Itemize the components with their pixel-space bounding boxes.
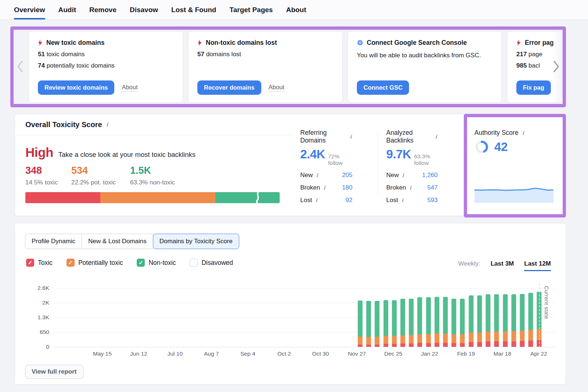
column-divider xyxy=(378,132,378,195)
bar-jan-22 xyxy=(426,297,431,347)
info-icon[interactable] xyxy=(349,134,352,140)
stat-row-new: New 205 xyxy=(300,172,352,179)
toxicity-advice: Take a close look at your most toxic bac… xyxy=(58,151,196,159)
toxic-count: 348 xyxy=(25,165,42,176)
bar-segment xyxy=(460,343,465,347)
bar-dec-4 xyxy=(366,301,371,347)
tab-profile-dynamic[interactable]: Profile Dynamic xyxy=(25,234,82,249)
tab-lost-and-found[interactable]: Lost & Found xyxy=(171,0,216,19)
row-value-link[interactable]: 593 xyxy=(427,197,438,204)
about-link[interactable]: About xyxy=(269,84,284,92)
connect-gsc-button[interactable]: Connect GSC xyxy=(357,80,409,95)
card-title-row: New toxic domains xyxy=(38,39,174,47)
checkbox-checked-icon xyxy=(26,259,34,267)
legend-toxic[interactable]: Toxic xyxy=(26,259,53,267)
card-stat-line: 74 potentially toxic domains xyxy=(38,62,174,69)
fix-pages-button[interactable]: Fix pag xyxy=(516,80,551,95)
y-axis-tick: 2.6K xyxy=(27,285,49,291)
row-label: New xyxy=(386,172,399,179)
bar-jan-29 xyxy=(434,297,439,347)
stat-row-lost: Lost 593 xyxy=(386,197,438,204)
bar-apr-1 xyxy=(511,294,516,347)
card-title: Non-toxic domains lost xyxy=(206,39,277,47)
info-icon[interactable] xyxy=(521,130,525,136)
bar-segment xyxy=(469,342,473,347)
lightning-icon xyxy=(197,40,202,46)
recover-domains-button[interactable]: Recover domains xyxy=(197,80,261,95)
card-non-toxic-domains-lost: Non-toxic domains lost 57 domains lost R… xyxy=(188,31,343,103)
y-axis-tick: 2K xyxy=(27,299,49,306)
authority-score-title-row: Authority Score xyxy=(474,129,553,137)
y-axis-tick: 650 xyxy=(27,329,49,335)
period-last-12m[interactable]: Last 12M xyxy=(524,260,551,271)
bar-segment xyxy=(426,334,431,343)
gridline xyxy=(54,347,555,347)
row-label: Lost xyxy=(300,197,312,204)
row-value-link[interactable]: 547 xyxy=(427,184,438,191)
tab-about[interactable]: About xyxy=(286,0,306,19)
bar-segment xyxy=(417,297,422,334)
bar-segment xyxy=(477,342,482,347)
bar-segment xyxy=(511,341,516,347)
lightning-icon xyxy=(516,40,521,46)
info-icon[interactable] xyxy=(323,185,326,191)
metrics-panel: Overall Toxicity Score High Take a close… xyxy=(15,114,566,216)
bar-feb-12 xyxy=(452,299,456,347)
legend-potentially-toxic[interactable]: Potentially toxic xyxy=(67,259,123,267)
row-value-link[interactable]: 92 xyxy=(345,197,352,204)
info-icon[interactable] xyxy=(315,197,318,203)
card-stat-line: 51 toxic domains xyxy=(38,51,174,58)
bar-segment xyxy=(469,332,473,342)
legend-non-toxic[interactable]: Non-toxic xyxy=(137,259,176,267)
row-value-link[interactable]: 180 xyxy=(342,184,352,191)
toxicity-bar-chart: 06501.3K2K2.6KMay 15Jun 12Jul 10Aug 7Sep… xyxy=(54,288,555,347)
review-toxic-domains-button[interactable]: Review toxic domains xyxy=(38,80,114,95)
tab-domains-by-toxicity[interactable]: Domains by Toxicity Score xyxy=(153,234,239,249)
bar-apr-15 xyxy=(528,293,533,347)
carousel-next-icon[interactable] xyxy=(551,58,561,75)
row-value-link[interactable]: 205 xyxy=(342,172,352,179)
bar-segment xyxy=(486,341,491,347)
carousel-prev-icon[interactable] xyxy=(15,58,25,75)
info-icon[interactable] xyxy=(409,185,412,191)
legend-disavowed[interactable]: Disavowed xyxy=(190,259,233,267)
card-stat-line: 985 bacl xyxy=(516,62,553,69)
authority-score-sparkline xyxy=(474,186,553,203)
cards-carousel: New toxic domains 51 toxic domains 74 po… xyxy=(14,30,563,104)
non-toxic-segment xyxy=(215,192,280,203)
info-icon[interactable] xyxy=(401,172,405,178)
bar-mar-11 xyxy=(486,294,491,347)
x-axis-tick: Nov 27 xyxy=(348,350,366,357)
tab-disavow[interactable]: Disavow xyxy=(130,0,158,19)
bar-segment xyxy=(409,335,414,343)
bar-segment xyxy=(520,341,524,347)
period-label: Weekly: xyxy=(458,260,480,267)
row-value-link[interactable]: 1,260 xyxy=(422,172,438,179)
tab-target-pages[interactable]: Target Pages xyxy=(229,0,273,19)
legend-label: Disavowed xyxy=(201,259,233,267)
stat-text: domains lost xyxy=(204,51,241,58)
view-full-report-button[interactable]: View full report xyxy=(25,365,83,379)
bar-segment xyxy=(460,299,465,334)
bar-segment xyxy=(358,337,363,345)
info-icon[interactable] xyxy=(434,134,438,140)
info-icon[interactable] xyxy=(315,172,319,178)
bar-apr-8 xyxy=(520,294,524,347)
info-icon[interactable] xyxy=(401,197,404,203)
current-state-line xyxy=(539,284,540,348)
bar-feb-19 xyxy=(460,299,465,347)
bar-segment xyxy=(434,343,439,347)
period-last-3m[interactable]: Last 3M xyxy=(491,260,514,270)
tab-audit[interactable]: Audit xyxy=(58,0,76,19)
checkbox-unchecked-icon xyxy=(190,259,198,267)
bar-jan-15 xyxy=(417,297,422,347)
info-icon[interactable] xyxy=(105,122,109,127)
tab-remove[interactable]: Remove xyxy=(89,0,116,19)
chart-tab-group: Profile Dynamic New & Lost Domains Domai… xyxy=(25,234,239,249)
tab-new-lost-domains[interactable]: New & Lost Domains xyxy=(82,234,153,249)
x-axis-tick: Oct 30 xyxy=(312,350,329,357)
x-axis-tick: Jan 22 xyxy=(421,350,438,357)
tab-overview[interactable]: Overview xyxy=(14,0,45,19)
about-link[interactable]: About xyxy=(122,84,137,92)
legend-label: Potentially toxic xyxy=(78,259,123,267)
